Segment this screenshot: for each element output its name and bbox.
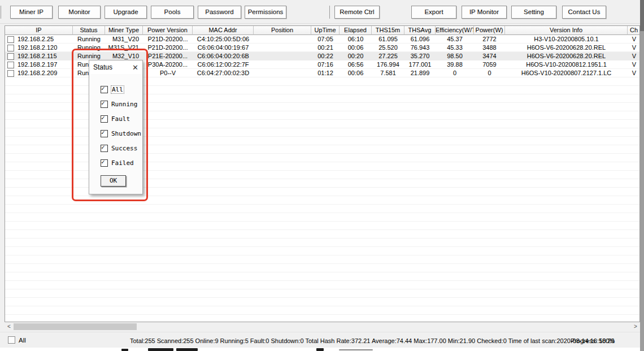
cell-elapsed: 00:06 [340,69,372,77]
select-all-label: All [19,337,26,344]
artifact-mark [176,348,198,351]
window-edge-tick-left [1,6,1,19]
cell-ths15m: 7.581 [372,69,404,77]
status-bar: All Total:255 Scanned:255 Online:9 Runni… [0,332,644,348]
cell-mac_addr: C4:10:25:00:5D:06 [193,35,254,44]
progress-text: Progress: 100% [571,337,615,344]
cell-ch: V [628,60,640,69]
toolbar-button-password[interactable]: Password [198,6,241,19]
toolbar-button-miner-ip[interactable]: Miner IP [10,6,53,19]
cell-efficiency: 98.50 [436,52,474,60]
toolbar-button-export[interactable]: Export [411,6,456,19]
table-header-row: IPStatusMiner TypePower VersionMAC AddrP… [5,26,639,35]
cell-version_info: H6OS-V10-20200807.2127.1.LC [505,69,628,77]
artifact-mark [121,349,128,351]
column-header-ths15m[interactable]: THS15m [372,26,404,35]
row-checkbox[interactable] [7,53,14,60]
toolbar-button-permissions[interactable]: Permissions [245,6,286,19]
cell-power: 3488 [474,44,505,52]
cell-position [254,60,311,69]
cell-uptime: 07:16 [311,60,340,69]
column-header-efficiency-w-t[interactable]: Efficiency(W/T) [436,26,474,35]
cell-power: 2772 [474,35,505,44]
cell-efficiency: 45.37 [436,35,474,44]
cell-elapsed: 06:10 [340,35,372,44]
cell-position [254,35,311,44]
cell-thsavg: 61.096 [404,35,436,44]
cell-version_info: H6OS-V10-20200812.1951.1 [505,60,628,69]
cell-ch: V [628,52,640,60]
scrollbar-thumb[interactable] [14,323,137,330]
toolbar-button-pools[interactable]: Pools [151,6,194,19]
column-header-miner-type[interactable]: Miner Type [105,26,143,35]
ip-label: 192.168.2.25 [18,35,54,44]
cell-ths15m: 27.225 [372,52,404,60]
cell-version_info: H6OS-V6-20200628.20.REL [505,52,628,60]
column-header-status[interactable]: Status [73,26,105,35]
cell-ip[interactable]: 192.168.2.115 [5,52,73,60]
cell-efficiency: 0 [436,69,474,77]
column-header-ch[interactable]: Ch [628,26,640,35]
column-header-power-version[interactable]: Power Version [143,26,193,35]
cell-efficiency: 39.88 [436,60,474,69]
cell-ch: V [628,35,640,44]
column-header-version-info[interactable]: Version Info [505,26,628,35]
cell-ip[interactable]: 192.168.2.25 [5,35,73,44]
annotation-red-rectangle [72,49,148,201]
column-header-position[interactable]: Position [254,26,311,35]
cell-status: Running [73,35,105,44]
table-row[interactable]: 192.168.2.25RunningM31_V20P21D-20200...C… [5,35,639,44]
horizontal-scrollbar[interactable]: < > [5,322,640,331]
cell-power_version: P21D-20200... [143,44,193,52]
cell-version_info: H6OS-V6-20200628.20.REL [505,44,628,52]
cell-uptime: 00:22 [311,52,340,60]
toolbar-button-contact-us[interactable]: Contact Us [562,6,606,19]
cell-ths15m: 25.520 [372,44,404,52]
toolbar-button-remote-ctrl[interactable]: Remote Ctrl [334,6,380,19]
column-header-power-w[interactable]: Power(W) [474,26,505,35]
select-all-checkbox[interactable] [8,336,15,344]
row-checkbox[interactable] [7,36,14,43]
cell-power: 3474 [474,52,505,60]
cell-mac_addr: C6:04:27:00:02:3D [193,69,254,77]
window-edge-right [640,0,644,351]
cell-ip[interactable]: 192.168.2.197 [5,60,73,69]
cell-ths15m: 61.095 [372,35,404,44]
cell-ch: V [628,44,640,52]
cell-thsavg: 35.270 [404,52,436,60]
toolbar-separator [329,6,330,19]
column-header-elapsed[interactable]: Elapsed [340,26,372,35]
scroll-left-icon[interactable]: < [5,322,14,331]
row-checkbox[interactable] [7,70,14,77]
artifact-mark [316,348,324,351]
select-all-control[interactable]: All [8,336,26,344]
cell-thsavg: 177.001 [404,60,436,69]
toolbar: Miner IPMonitorUpgradePoolsPasswordPermi… [0,0,644,24]
row-checkbox[interactable] [7,62,14,68]
cell-power_version: P21E-20200... [143,52,193,60]
cell-mac_addr: C6:06:12:00:22:7F [193,60,254,69]
cell-power: 7059 [474,60,505,69]
cell-power_version: P0--V [143,69,193,77]
toolbar-button-upgrade[interactable]: Upgrade [105,6,147,19]
toolbar-button-ip-monitor[interactable]: IP Monitor [462,6,507,19]
ip-label: 192.168.2.120 [18,44,57,52]
cell-power_version: P30A-20200... [143,60,193,69]
column-header-mac-addr[interactable]: MAC Addr [193,26,254,35]
row-checkbox[interactable] [7,45,14,51]
cell-mac_addr: C6:06:04:00:20:6B [193,52,254,60]
column-header-uptime[interactable]: UpTime [311,26,340,35]
cell-ip[interactable]: 192.168.2.120 [5,44,73,52]
scroll-right-icon[interactable]: > [631,322,640,331]
cell-elapsed: 00:20 [340,52,372,60]
cell-ip[interactable]: 192.168.2.209 [5,69,73,77]
column-header-ip[interactable]: IP [5,26,73,35]
cell-thsavg: 21.899 [404,69,436,77]
cell-uptime: 07:05 [311,35,340,44]
column-header-thsavg[interactable]: THSAvg [404,26,436,35]
toolbar-button-monitor[interactable]: Monitor [58,6,101,19]
cell-power_version: P21D-20200... [143,35,193,44]
bottom-strip [0,348,644,351]
ip-label: 192.168.2.197 [18,60,57,69]
toolbar-button-setting[interactable]: Setting [511,6,556,19]
